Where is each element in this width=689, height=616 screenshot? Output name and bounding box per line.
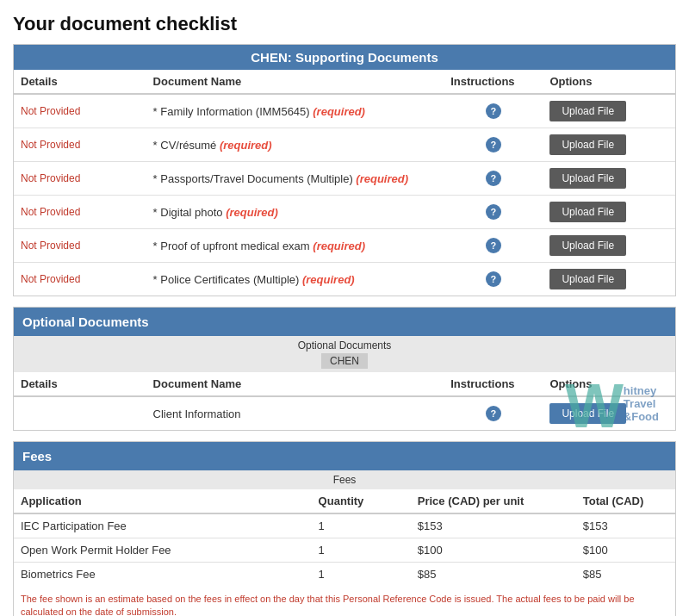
table-row: Open Work Permit Holder Fee 1 $100 $100 [14, 538, 675, 563]
instructions-cell: ? [444, 196, 543, 229]
fee-quantity-cell: 1 [312, 513, 411, 538]
required-label: (required) [313, 240, 365, 252]
upload-file-button[interactable]: Upload File [549, 134, 626, 155]
instructions-cell: ? [444, 94, 543, 128]
table-row: Not Provided * Proof of upfront medical … [14, 229, 675, 263]
fees-col-total: Total (CAD) [576, 489, 675, 513]
upload-file-button[interactable]: Upload File [549, 101, 626, 121]
options-cell: Upload File [543, 128, 675, 162]
upload-file-button[interactable]: Upload File [549, 235, 626, 256]
doc-name-cell: * CV/résumé (required) [146, 128, 444, 162]
opt-col-header-options: Options [543, 372, 675, 396]
doc-name-cell: * Proof of upfront medical exam (require… [146, 229, 444, 263]
optional-section-header: Optional Documents [14, 308, 675, 336]
required-label: (required) [226, 206, 278, 219]
instructions-cell: ? [444, 396, 543, 430]
doc-name-cell: * Police Certificates (Multiple) (requir… [146, 263, 444, 296]
question-icon[interactable]: ? [486, 103, 501, 119]
options-cell: Upload File [543, 162, 675, 196]
details-cell: Not Provided [14, 196, 146, 229]
doc-name-cell: * Family Information (IMM5645) (required… [146, 94, 444, 128]
instructions-cell: ? [444, 162, 543, 196]
options-cell: Upload File [543, 94, 675, 128]
opt-col-header-details: Details [14, 372, 146, 396]
options-cell: Upload File [543, 229, 675, 263]
details-cell: Not Provided [14, 94, 146, 128]
details-cell: Not Provided [14, 229, 146, 263]
table-row: IEC Participation Fee 1 $153 $153 [14, 513, 675, 538]
fee-price-cell: $153 [411, 513, 576, 538]
col-header-options: Options [543, 70, 675, 94]
optional-tab[interactable]: CHEN [321, 353, 368, 369]
options-cell: Upload File [543, 196, 675, 229]
table-row: Not Provided * Family Information (IMM56… [14, 94, 675, 128]
fee-quantity-cell: 1 [312, 538, 411, 563]
question-icon[interactable]: ? [486, 171, 501, 186]
question-icon[interactable]: ? [486, 271, 501, 287]
optional-subheader: Optional Documents CHEN [14, 336, 675, 372]
fee-total-cell: $85 [576, 563, 675, 587]
upload-file-button[interactable]: Upload File [549, 269, 626, 289]
instructions-cell: ? [444, 229, 543, 263]
details-cell: Not Provided [14, 128, 146, 162]
fee-application-cell: IEC Participation Fee [14, 513, 312, 538]
required-label: (required) [302, 273, 355, 286]
table-row: Client Information ? Upload File [14, 396, 675, 430]
fees-section-header: Fees [14, 442, 675, 470]
required-label: (required) [356, 172, 408, 185]
fee-price-cell: $85 [411, 563, 576, 587]
col-header-docname: Document Name [146, 70, 444, 94]
upload-file-button[interactable]: Upload File [549, 202, 626, 222]
fee-total-cell: $153 [576, 513, 675, 538]
col-header-details: Details [14, 70, 146, 94]
table-row: Not Provided * Police Certificates (Mult… [14, 263, 675, 296]
page-title: Your document checklist [13, 13, 676, 35]
fees-col-price: Price (CAD) per unit [411, 489, 576, 513]
chen-section-header: CHEN: Supporting Documents [14, 45, 675, 70]
details-cell: Not Provided [14, 263, 146, 296]
required-label: (required) [313, 105, 365, 118]
fee-price-cell: $100 [411, 538, 576, 563]
table-row: Not Provided * Passports/Travel Document… [14, 162, 675, 196]
instructions-cell: ? [444, 128, 543, 162]
required-label: (required) [220, 139, 272, 152]
question-icon[interactable]: ? [486, 204, 501, 220]
opt-col-header-docname: Document Name [146, 372, 444, 396]
question-icon[interactable]: ? [486, 238, 501, 253]
upload-file-button[interactable]: Upload File [549, 403, 626, 424]
doc-name-cell: Client Information [146, 396, 444, 430]
options-cell: Upload File [543, 263, 675, 296]
fees-subheader: Fees [14, 470, 675, 489]
fees-col-application: Application [14, 489, 312, 513]
fee-application-cell: Biometrics Fee [14, 563, 312, 587]
instructions-cell: ? [444, 263, 543, 296]
table-row: Not Provided * Digital photo (required) … [14, 196, 675, 229]
fees-disclaimer: The fee shown is an estimate based on th… [14, 586, 675, 616]
fee-application-cell: Open Work Permit Holder Fee [14, 538, 312, 563]
doc-name-cell: * Digital photo (required) [146, 196, 444, 229]
fees-col-quantity: Quantity [312, 489, 411, 513]
col-header-instructions: Instructions [444, 70, 543, 94]
question-icon[interactable]: ? [486, 137, 501, 152]
question-icon[interactable]: ? [486, 406, 501, 421]
fee-total-cell: $100 [576, 538, 675, 563]
table-row: Biometrics Fee 1 $85 $85 [14, 563, 675, 587]
details-cell: Not Provided [14, 162, 146, 196]
doc-name-cell: * Passports/Travel Documents (Multiple) … [146, 162, 444, 196]
opt-col-header-instructions: Instructions [444, 372, 543, 396]
upload-file-button[interactable]: Upload File [549, 168, 626, 189]
options-cell: Upload File [543, 396, 675, 430]
fee-quantity-cell: 1 [312, 563, 411, 587]
details-cell [14, 396, 146, 430]
table-row: Not Provided * CV/résumé (required) ? Up… [14, 128, 675, 162]
